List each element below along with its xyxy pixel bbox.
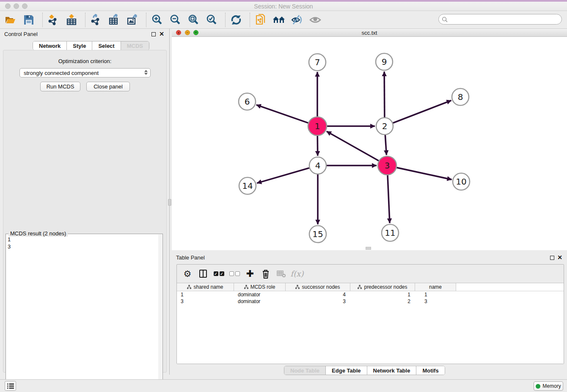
table-cell[interactable]: 1 — [350, 291, 415, 298]
network-view-window: x − + scc.txt 7968124314101511 — [172, 29, 567, 250]
network-window-title: scc.txt — [172, 30, 567, 36]
graph-edge-1-4[interactable] — [317, 136, 318, 156]
memory-status-icon — [536, 384, 540, 389]
titlebar-accent-strip — [0, 0, 567, 2]
mcds-panel: Optimization criterion: strongly connect… — [3, 50, 167, 373]
close-panel-icon[interactable]: ✕ — [159, 30, 164, 37]
tab-motifs[interactable]: Motifs — [416, 366, 444, 375]
export-image-icon[interactable] — [126, 14, 139, 26]
delete-columns-icon[interactable] — [259, 268, 272, 280]
table-cell[interactable]: dominator — [234, 291, 286, 298]
show-all-icon[interactable] — [309, 14, 322, 26]
graph-edge-2-8[interactable] — [393, 100, 451, 123]
duplicate-network-icon[interactable] — [254, 14, 267, 26]
export-table-icon[interactable] — [108, 14, 121, 26]
memory-label: Memory — [542, 383, 561, 389]
save-session-icon[interactable] — [22, 14, 35, 26]
search-input[interactable] — [450, 16, 556, 22]
zoom-selected-icon[interactable] — [205, 14, 218, 26]
export-network-icon[interactable] — [90, 14, 102, 26]
graph-edge-1-6[interactable] — [256, 105, 308, 123]
table-row[interactable]: 1dominator411 — [177, 291, 564, 298]
status-bar: Memory — [0, 379, 567, 392]
task-history-button[interactable] — [5, 381, 16, 391]
graph-edge-3-1[interactable] — [327, 131, 379, 160]
float-panel-icon[interactable] — [151, 32, 156, 36]
column-header-name[interactable]: name — [415, 283, 456, 291]
graph-node-label: 3 — [385, 160, 390, 171]
open-session-icon[interactable] — [4, 14, 17, 26]
table-cell[interactable]: 1 — [415, 291, 456, 298]
tab-edge-table[interactable]: Edge Table — [326, 366, 367, 375]
mcds-result-title: MCDS result (2 nodes) — [8, 230, 68, 237]
select-all-rows-icon[interactable]: ✓✓ — [212, 268, 225, 280]
add-column-icon[interactable]: ✚ — [244, 268, 256, 280]
toolbar-divider — [146, 13, 146, 27]
hierarchy-icon — [295, 285, 300, 289]
panel-splitter-handle[interactable] — [168, 199, 171, 206]
tab-network[interactable]: Network — [33, 41, 67, 50]
zoom-out-icon[interactable] — [169, 14, 182, 26]
column-header-successor-nodes[interactable]: successor nodes — [286, 283, 350, 291]
column-header-label: MCDS role — [250, 284, 275, 290]
control-panel-tabs: NetworkStyleSelectMCDS — [33, 41, 149, 50]
tab-network-table[interactable]: Network Table — [367, 366, 417, 375]
canvas-splitter-handle[interactable] — [366, 247, 371, 250]
graph-node-label: 9 — [382, 57, 387, 67]
close-table-panel-icon[interactable]: ✕ — [557, 254, 562, 261]
table-cell[interactable]: 4 — [286, 291, 350, 298]
column-header-shared-name[interactable]: shared name — [177, 283, 234, 291]
table-row[interactable]: 3dominator323 — [177, 298, 564, 305]
control-panel-title: Control Panel — [4, 31, 38, 37]
graph-node-label: 6 — [245, 97, 250, 107]
search-field[interactable] — [438, 14, 562, 25]
graph-edge-3-11[interactable] — [388, 175, 390, 223]
close-panel-button[interactable]: Close panel — [86, 82, 130, 91]
search-icon — [442, 17, 448, 22]
network-graph[interactable]: 7968124314101511 — [172, 37, 567, 250]
tab-style[interactable]: Style — [67, 41, 92, 50]
memory-button[interactable]: Memory — [534, 381, 563, 391]
table-cell[interactable]: 2 — [350, 298, 415, 305]
tab-mcds[interactable]: MCDS — [121, 41, 149, 50]
deselect-all-rows-icon[interactable] — [228, 268, 241, 280]
toolbar-divider — [250, 13, 250, 27]
network-window-titlebar[interactable]: x − + scc.txt — [172, 29, 567, 37]
graph-edge-4-14[interactable] — [257, 168, 309, 183]
table-cell[interactable]: dominator — [234, 298, 286, 305]
result-line: 1 — [8, 236, 11, 243]
table-cell[interactable]: 3 — [415, 298, 456, 305]
node-table: shared nameMCDS rolesuccessor nodesprede… — [177, 283, 564, 364]
chevron-up-down-icon — [144, 70, 148, 75]
zoom-in-icon[interactable] — [151, 14, 163, 26]
delete-table-icon — [275, 268, 288, 280]
graph-node-label: 11 — [385, 228, 395, 238]
show-columns-icon[interactable] — [197, 268, 209, 280]
table-panel-header: Table Panel ✕ — [172, 252, 567, 263]
graph-edge-2-9[interactable] — [384, 72, 385, 117]
hide-selected-icon[interactable] — [291, 14, 303, 26]
run-mcds-button[interactable]: Run MCDS — [40, 82, 80, 91]
tab-node-table[interactable]: Node Table — [284, 366, 326, 375]
tab-select[interactable]: Select — [92, 41, 121, 50]
import-network-icon[interactable] — [47, 14, 60, 26]
float-table-panel-icon[interactable] — [550, 256, 554, 260]
column-header-MCDS-role[interactable]: MCDS role — [234, 283, 286, 291]
first-neighbors-icon[interactable] — [272, 14, 285, 26]
import-table-icon[interactable] — [65, 14, 78, 26]
graph-edge-2-3[interactable] — [385, 135, 386, 155]
network-canvas[interactable]: 7968124314101511 — [172, 37, 567, 250]
graph-edge-3-10[interactable] — [396, 168, 451, 179]
zoom-fit-icon[interactable] — [187, 14, 200, 26]
graph-node-label: 15 — [312, 229, 323, 239]
control-panel-header: Control Panel ✕ — [0, 29, 169, 40]
criterion-select[interactable]: strongly connected component — [19, 68, 151, 77]
table-cell[interactable]: 3 — [286, 298, 350, 305]
apply-layout-icon[interactable] — [230, 14, 242, 26]
column-header-predecessor-nodes[interactable]: predecessor nodes — [350, 283, 415, 291]
result-scrollbar[interactable] — [158, 235, 162, 384]
table-cell[interactable]: 3 — [177, 298, 234, 305]
column-header-label: name — [429, 284, 442, 290]
table-cell[interactable]: 1 — [177, 291, 234, 298]
table-settings-icon[interactable]: ⚙ — [181, 268, 194, 280]
